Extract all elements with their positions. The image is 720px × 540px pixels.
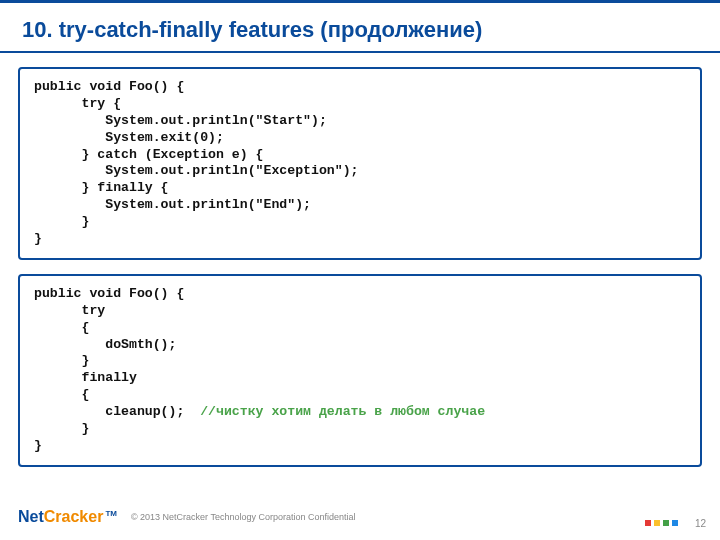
dot-icon — [663, 520, 669, 526]
logo-tm: TM — [105, 509, 117, 518]
code-line: System.exit(0); — [34, 130, 224, 145]
code-line: finally — [34, 370, 137, 385]
code-line: } — [34, 231, 42, 246]
dot-icon — [672, 520, 678, 526]
code-line: } — [34, 353, 89, 368]
code-line: { — [34, 320, 89, 335]
code-line: doSmth(); — [34, 337, 176, 352]
logo-text-cracker: Cracker — [44, 508, 104, 526]
code-line: } finally { — [34, 180, 169, 195]
code-line: System.out.println("Exception"); — [34, 163, 358, 178]
code-line: } — [34, 214, 89, 229]
code-line: try { — [34, 96, 121, 111]
code-comment: //чистку хотим делать в любом случае — [200, 404, 485, 419]
code-content-1: public void Foo() { try { System.out.pri… — [34, 79, 686, 248]
footer: NetCrackerTM © 2013 NetCracker Technolog… — [0, 504, 720, 530]
code-line: public void Foo() { — [34, 79, 184, 94]
code-line: { — [34, 387, 89, 402]
decoration-dots — [645, 520, 678, 526]
code-line: } catch (Exception e) { — [34, 147, 264, 162]
page-title: 10. try-catch-finally features (продолже… — [0, 3, 720, 53]
code-line: try — [34, 303, 105, 318]
logo-text-net: Net — [18, 508, 44, 526]
code-line: System.out.println("Start"); — [34, 113, 327, 128]
code-line: } — [34, 438, 42, 453]
dot-icon — [654, 520, 660, 526]
copyright-text: © 2013 NetCracker Technology Corporation… — [131, 512, 356, 522]
slide: 10. try-catch-finally features (продолже… — [0, 0, 720, 540]
logo: NetCrackerTM — [18, 508, 117, 526]
code-content-2: public void Foo() { try { doSmth(); } fi… — [34, 286, 686, 455]
page-number: 12 — [695, 518, 706, 529]
dot-icon — [645, 520, 651, 526]
code-line: public void Foo() { — [34, 286, 184, 301]
code-line: } — [34, 421, 89, 436]
code-line: cleanup(); — [34, 404, 200, 419]
code-block-2: public void Foo() { try { doSmth(); } fi… — [18, 274, 702, 467]
code-line: System.out.println("End"); — [34, 197, 311, 212]
code-block-1: public void Foo() { try { System.out.pri… — [18, 67, 702, 260]
